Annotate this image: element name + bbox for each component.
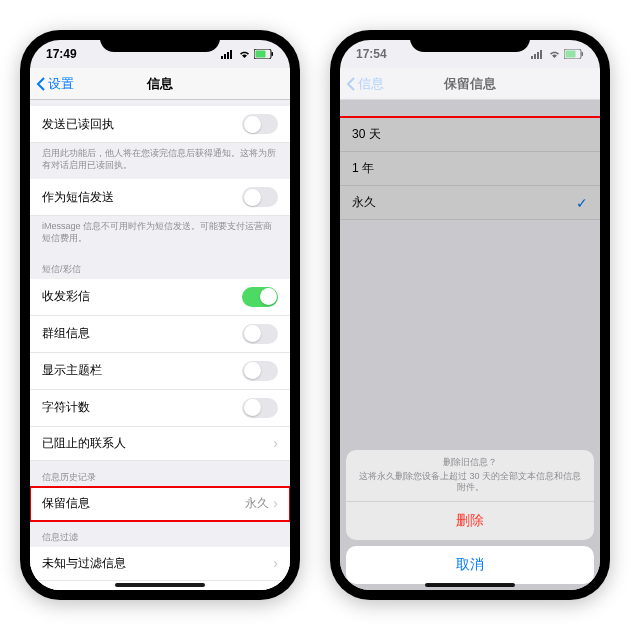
- home-indicator[interactable]: [425, 583, 515, 587]
- row-label: 发送已读回执: [42, 116, 242, 133]
- row-blocked[interactable]: 已阻止的联系人 ›: [30, 427, 290, 461]
- row-unknown-filter[interactable]: 未知与过滤信息 ›: [30, 547, 290, 581]
- nav-title: 保留信息: [340, 75, 600, 93]
- row-label: 保留信息: [42, 495, 245, 512]
- svg-rect-3: [230, 50, 232, 59]
- row-value: 永久: [245, 495, 269, 512]
- battery-icon: [254, 49, 274, 59]
- svg-rect-1: [224, 54, 226, 59]
- row-opt-30d[interactable]: 30 天: [340, 118, 600, 152]
- svg-rect-10: [540, 50, 542, 59]
- row-label: 1 年: [352, 160, 588, 177]
- status-time: 17:49: [46, 47, 77, 61]
- header-sms: 短信/彩信: [30, 253, 290, 279]
- sheet-title-q: 删除旧信息？: [356, 457, 584, 469]
- row-label: 30 天: [352, 126, 588, 143]
- footer-send-as-sms: iMessage 信息不可用时作为短信发送。可能要支付运营商短信费用。: [30, 216, 290, 252]
- header-filter: 信息过滤: [30, 521, 290, 547]
- notch: [410, 30, 530, 52]
- chevron-right-icon: ›: [273, 589, 278, 590]
- sheet-cancel-button[interactable]: 取消: [346, 546, 594, 584]
- row-subject[interactable]: 显示主题栏: [30, 353, 290, 390]
- toggle-char-count[interactable]: [242, 398, 278, 418]
- screen-left: 17:49 设置 信息 发送已读回执 启用此功能后，他人将在您读完信息后获得通知…: [30, 40, 290, 590]
- header-history: 信息历史记录: [30, 461, 290, 487]
- content-left[interactable]: 发送已读回执 启用此功能后，他人将在您读完信息后获得通知。这将为所有对话启用已读…: [30, 100, 290, 590]
- svg-rect-8: [534, 54, 536, 59]
- wifi-icon: [238, 49, 251, 59]
- checkmark-icon: ✓: [576, 195, 588, 211]
- sheet-title-msg: 这将永久删除您设备上超过 30 天的全部文本信息和信息附件。: [356, 471, 584, 494]
- chevron-right-icon: ›: [273, 435, 278, 451]
- status-right: [221, 49, 274, 59]
- row-label: 过滤信息: [42, 589, 273, 590]
- sheet-delete-button[interactable]: 删除: [346, 502, 594, 540]
- home-indicator[interactable]: [115, 583, 205, 587]
- row-label: 收发彩信: [42, 288, 242, 305]
- row-label: 未知与过滤信息: [42, 555, 273, 572]
- row-char-count[interactable]: 字符计数: [30, 390, 290, 427]
- signal-icon: [531, 49, 545, 59]
- svg-rect-2: [227, 52, 229, 59]
- status-time: 17:54: [356, 47, 387, 61]
- nav-title: 信息: [30, 75, 290, 93]
- signal-icon: [221, 49, 235, 59]
- svg-rect-9: [537, 52, 539, 59]
- toggle-mms[interactable]: [242, 287, 278, 307]
- nav-bar: 信息 保留信息: [340, 68, 600, 100]
- row-read-receipt[interactable]: 发送已读回执: [30, 106, 290, 143]
- sheet-title: 删除旧信息？ 这将永久删除您设备上超过 30 天的全部文本信息和信息附件。: [346, 450, 594, 502]
- svg-rect-13: [582, 52, 584, 56]
- row-label: 显示主题栏: [42, 362, 242, 379]
- footer-read-receipt: 启用此功能后，他人将在您读完信息后获得通知。这将为所有对话启用已读回执。: [30, 143, 290, 179]
- row-send-as-sms[interactable]: 作为短信发送: [30, 179, 290, 216]
- row-label: 群组信息: [42, 325, 242, 342]
- svg-rect-0: [221, 56, 223, 59]
- row-mms[interactable]: 收发彩信: [30, 279, 290, 316]
- status-right: [531, 49, 584, 59]
- toggle-send-as-sms[interactable]: [242, 187, 278, 207]
- row-keep-messages[interactable]: 保留信息 永久 ›: [30, 487, 290, 521]
- chevron-right-icon: ›: [273, 495, 278, 511]
- row-label: 已阻止的联系人: [42, 435, 273, 452]
- svg-rect-12: [566, 51, 576, 58]
- phone-left: 17:49 设置 信息 发送已读回执 启用此功能后，他人将在您读完信息后获得通知…: [20, 30, 300, 600]
- row-opt-forever[interactable]: 永久 ✓: [340, 186, 600, 220]
- row-group[interactable]: 群组信息: [30, 316, 290, 353]
- action-sheet: 删除旧信息？ 这将永久删除您设备上超过 30 天的全部文本信息和信息附件。 删除…: [346, 450, 594, 584]
- nav-bar: 设置 信息: [30, 68, 290, 100]
- toggle-read-receipt[interactable]: [242, 114, 278, 134]
- row-label: 作为短信发送: [42, 189, 242, 206]
- phone-right: 17:54 信息 保留信息 30 天 1 年: [330, 30, 610, 600]
- row-label: 永久: [352, 194, 576, 211]
- row-opt-1y[interactable]: 1 年: [340, 152, 600, 186]
- svg-rect-5: [256, 51, 266, 58]
- chevron-right-icon: ›: [273, 555, 278, 571]
- row-label: 字符计数: [42, 399, 242, 416]
- svg-rect-6: [272, 52, 274, 56]
- screen-right: 17:54 信息 保留信息 30 天 1 年: [340, 40, 600, 590]
- sheet-main: 删除旧信息？ 这将永久删除您设备上超过 30 天的全部文本信息和信息附件。 删除: [346, 450, 594, 540]
- wifi-icon: [548, 49, 561, 59]
- battery-icon: [564, 49, 584, 59]
- toggle-group[interactable]: [242, 324, 278, 344]
- toggle-subject[interactable]: [242, 361, 278, 381]
- svg-rect-7: [531, 56, 533, 59]
- notch: [100, 30, 220, 52]
